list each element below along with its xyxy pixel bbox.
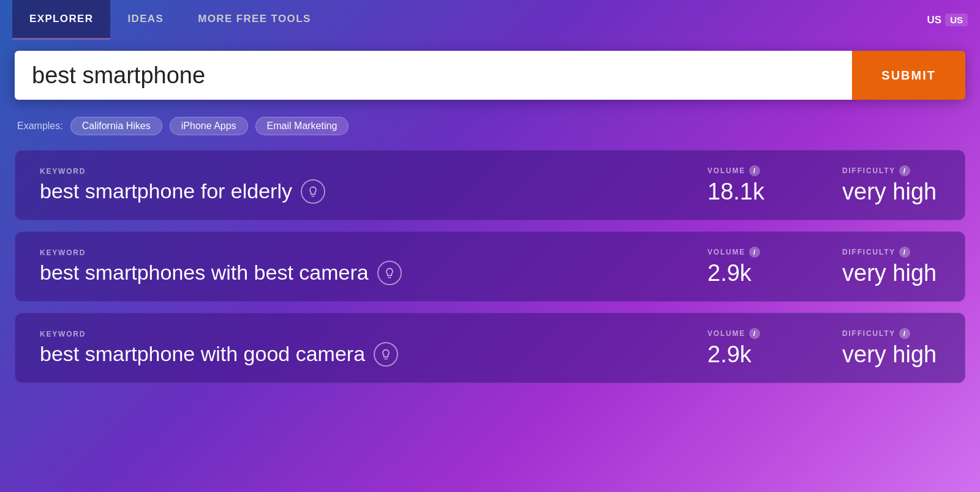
search-box: SUBMIT [15,51,965,100]
nav-tab-ideas[interactable]: IDEAS [110,0,181,40]
locale-selector[interactable]: US US [927,0,968,40]
volume-block-2: VOLUME i 2.9k [707,247,805,286]
search-area: SUBMIT [0,40,980,108]
nav-bar: EXPLORER IDEAS MORE FREE TOOLS US US [0,0,980,40]
card-left-2: KEYWORD best smartphones with best camer… [40,248,707,285]
bulb-icon-1[interactable] [301,179,325,204]
volume-block-3: VOLUME i 2.9k [707,328,805,368]
difficulty-value-1: very high [842,179,940,205]
bulb-icon-2[interactable] [377,261,402,285]
keyword-label-2: KEYWORD [40,248,707,257]
bulb-icon-3[interactable] [374,342,398,367]
keyword-value-2: best smartphones with best camera [40,261,707,285]
card-left-3: KEYWORD best smartphone with good camera [40,330,707,367]
search-input[interactable] [15,51,852,100]
result-card-3: KEYWORD best smartphone with good camera… [15,313,965,383]
difficulty-block-2: DIFFICULTY i very high [842,247,940,286]
examples-row: Examples: California Hikes iPhone Apps E… [0,108,980,150]
difficulty-value-2: very high [842,260,940,286]
submit-button[interactable]: SUBMIT [852,51,965,100]
volume-value-2: 2.9k [707,260,805,286]
nav-tab-more-free-tools[interactable]: MORE FREE TOOLS [181,0,328,40]
nav-tab-explorer[interactable]: EXPLORER [12,0,110,40]
volume-info-icon-2[interactable]: i [749,247,760,258]
locale-label: US [927,14,942,26]
card-right-3: VOLUME i 2.9k DIFFICULTY i very high [707,328,940,368]
result-card-2: KEYWORD best smartphones with best camer… [15,231,965,302]
results-area: KEYWORD best smartphone for elderly VOLU… [0,150,980,383]
keyword-label-1: KEYWORD [40,167,707,176]
volume-info-icon-1[interactable]: i [749,165,760,176]
volume-block-1: VOLUME i 18.1k [707,165,805,205]
difficulty-block-1: DIFFICULTY i very high [842,165,940,205]
difficulty-info-icon-2[interactable]: i [899,247,910,258]
result-card-1: KEYWORD best smartphone for elderly VOLU… [15,150,965,220]
example-chip-iphone-apps[interactable]: iPhone Apps [170,117,248,135]
keyword-value-1: best smartphone for elderly [40,179,707,204]
difficulty-block-3: DIFFICULTY i very high [842,328,940,368]
keyword-value-3: best smartphone with good camera [40,342,707,367]
example-chip-email-marketing[interactable]: Email Marketing [255,117,349,135]
keyword-label-3: KEYWORD [40,330,707,338]
example-chip-california-hikes[interactable]: California Hikes [70,117,162,135]
volume-info-icon-3[interactable]: i [749,328,760,339]
examples-label: Examples: [17,121,63,132]
card-left-1: KEYWORD best smartphone for elderly [40,167,707,204]
difficulty-value-3: very high [842,341,940,368]
difficulty-info-icon-1[interactable]: i [899,165,910,176]
volume-value-1: 18.1k [707,179,805,205]
card-right-2: VOLUME i 2.9k DIFFICULTY i very high [707,247,940,286]
difficulty-info-icon-3[interactable]: i [899,328,910,339]
card-right-1: VOLUME i 18.1k DIFFICULTY i very high [707,165,940,205]
volume-value-3: 2.9k [707,341,805,368]
locale-badge[interactable]: US [945,13,968,26]
